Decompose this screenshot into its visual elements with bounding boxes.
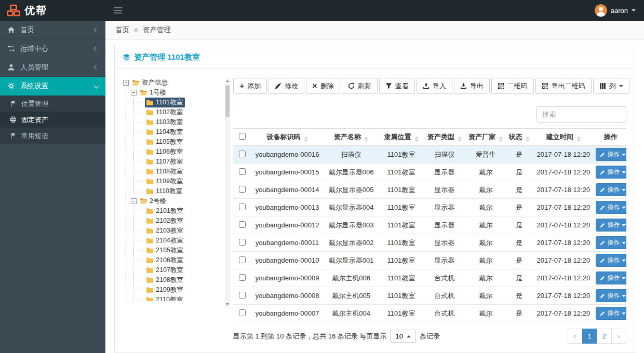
row-action-button[interactable]: 操作 [596, 148, 626, 161]
row-action-button[interactable]: 操作 [596, 254, 626, 267]
tree-node[interactable]: 2102教室 [139, 216, 221, 226]
tree-scrollbar[interactable] [225, 78, 230, 307]
tree-node[interactable]: 1107教室 [139, 157, 221, 167]
scrollbar-thumb[interactable] [225, 85, 230, 117]
row-action-button[interactable]: 操作 [596, 271, 626, 284]
table-row[interactable]: youbangdemo-00015戴尔显示器0061101教室显示器戴尔是201… [233, 164, 626, 181]
row-action-button[interactable]: 操作 [596, 183, 626, 196]
add-button[interactable]: +添加 [233, 78, 267, 94]
tree-node[interactable]: 2101教室 [139, 206, 221, 216]
row-action-button[interactable]: 操作 [596, 289, 626, 302]
table-row[interactable]: youbangdemo-00007戴尔主机0041101教室台式机戴尔是2017… [233, 305, 626, 322]
qrcode-button[interactable]: 二维码 [491, 78, 534, 94]
header-vendor[interactable]: 资产厂家 [465, 129, 506, 146]
tree-node[interactable]: 2104教室 [139, 236, 221, 246]
row-checkbox[interactable] [239, 186, 246, 193]
page-size-select[interactable]: 10 [390, 330, 415, 343]
table-row[interactable]: youbangdemo-00014戴尔显示器0051101教室显示器戴尔是201… [233, 181, 626, 199]
delete-button[interactable]: ×删除 [306, 78, 340, 94]
header-asset-type[interactable]: 资产类型 [424, 129, 465, 146]
tree-node-label[interactable]: 1103教室 [145, 117, 185, 127]
tree-node-label[interactable]: 1105教室 [145, 137, 185, 147]
sidebar-item-ops-center[interactable]: 运维中心 [0, 39, 105, 58]
table-row[interactable]: youbangdemo-00008戴尔主机0051101教室台式机戴尔是2017… [233, 287, 626, 305]
tree-node-label[interactable]: 1104教室 [145, 127, 185, 137]
select-all-checkbox[interactable] [239, 133, 246, 140]
tree-node-label[interactable]: 1号楼 [139, 88, 168, 98]
tree-node-label[interactable]: 2108教室 [145, 275, 185, 285]
tree-node-label[interactable]: 2110教室 [145, 295, 185, 301]
next-page-button[interactable]: › [611, 329, 626, 344]
submenu-item-fixed-assets[interactable]: 固定资产 [0, 112, 105, 128]
header-device-id[interactable]: 设备标识码 [251, 129, 324, 146]
breadcrumb-home[interactable]: 首页 [115, 25, 129, 35]
tree-node[interactable]: 1106教室 [139, 147, 221, 157]
tree-node[interactable]: 1105教室 [139, 137, 221, 147]
sidebar-item-home[interactable]: 首页 [0, 21, 105, 39]
tree-node[interactable]: 1110教室 [139, 186, 221, 196]
row-action-button[interactable]: 操作 [596, 219, 626, 232]
tree-node[interactable]: 2107教室 [139, 265, 221, 275]
tree-node[interactable]: 1108教室 [139, 167, 221, 177]
tree-node[interactable]: 2109教室 [139, 285, 221, 295]
import-button[interactable]: 导入 [417, 78, 452, 94]
tree-node[interactable]: 2103教室 [139, 226, 221, 236]
tree-node[interactable]: 2108教室 [139, 275, 221, 285]
tree-node-label[interactable]: 1109教室 [145, 177, 185, 186]
row-checkbox[interactable] [239, 221, 246, 228]
header-status[interactable]: 状态 [506, 129, 532, 146]
app-logo[interactable]: 优帮 [0, 0, 105, 21]
scroll-down-icon[interactable] [225, 301, 230, 307]
row-checkbox[interactable] [239, 203, 246, 210]
tree-node-label[interactable]: 1101教室 [145, 98, 185, 107]
submenu-item-location-mgmt[interactable]: 位置管理 [0, 96, 105, 112]
menu-toggle-icon[interactable] [114, 7, 122, 13]
tree-node[interactable]: 2106教室 [139, 255, 221, 265]
prev-page-button[interactable]: ‹ [568, 329, 583, 344]
row-checkbox[interactable] [239, 256, 246, 263]
row-checkbox[interactable] [239, 309, 246, 316]
table-row[interactable]: youbangdemo-00013戴尔显示器0041101教室显示器戴尔是201… [233, 199, 626, 216]
tree-node-label[interactable]: 资产信息 [131, 78, 170, 88]
sidebar-item-personnel[interactable]: 人员管理 [0, 58, 105, 77]
tree-node[interactable]: 1101教室 [139, 98, 221, 107]
row-checkbox[interactable] [239, 151, 246, 157]
row-checkbox[interactable] [239, 274, 246, 281]
table-row[interactable]: youbangdemo-00009戴尔主机0061101教室台式机戴尔是2017… [233, 269, 626, 287]
table-row[interactable]: youbangdemo-00012戴尔显示器0031101教室显示器戴尔是201… [233, 216, 626, 234]
tree-node-label[interactable]: 2105教室 [145, 246, 185, 255]
columns-button[interactable]: 列 [593, 78, 629, 94]
row-action-button[interactable]: 操作 [596, 307, 626, 320]
search-input[interactable] [536, 106, 626, 123]
tree-node-label[interactable]: 2102教室 [145, 216, 185, 226]
tree-node[interactable]: 资产信息 [123, 78, 221, 88]
tree-node-label[interactable]: 1106教室 [145, 147, 185, 157]
submenu-item-common-phrases[interactable]: 常用短语 [0, 128, 105, 144]
tree-node-label[interactable]: 2号楼 [139, 196, 168, 206]
export-qrcode-button[interactable]: 导出二维码 [535, 78, 592, 94]
tree-node-label[interactable]: 2107教室 [145, 265, 185, 275]
refresh-button[interactable]: 刷新 [342, 78, 378, 94]
tree-node-label[interactable]: 1110教室 [145, 186, 184, 196]
tree-node-label[interactable]: 1102教室 [145, 107, 185, 117]
scroll-up-icon[interactable] [225, 78, 230, 84]
tree-collapse-icon[interactable] [123, 80, 129, 86]
tree-collapse-icon[interactable] [131, 90, 137, 96]
row-checkbox[interactable] [239, 292, 246, 298]
export-button[interactable]: 导出 [454, 78, 490, 94]
view-button[interactable]: 查看 [379, 78, 415, 94]
row-action-button[interactable]: 操作 [596, 201, 626, 214]
tree-node-label[interactable]: 2104教室 [145, 236, 185, 246]
tree-node-label[interactable]: 2103教室 [145, 226, 185, 236]
tree-node[interactable]: 1号楼 [131, 88, 221, 98]
tree-node-label[interactable]: 2109教室 [145, 285, 185, 295]
row-action-button[interactable]: 操作 [596, 236, 626, 249]
table-row[interactable]: youbangdemo-00011戴尔显示器0021101教室显示器戴尔是201… [233, 234, 626, 252]
tree-collapse-icon[interactable] [131, 198, 137, 204]
tree-node[interactable]: 2105教室 [139, 246, 221, 255]
tree-node-label[interactable]: 2106教室 [145, 255, 185, 265]
page-button-2[interactable]: 2 [597, 329, 612, 344]
user-menu[interactable]: aaron [595, 4, 644, 17]
table-row[interactable]: youbangdemo-00016扫描仪1101教室扫描仪爱普生是2017-07… [233, 146, 626, 164]
header-location[interactable]: 隶属位置 [379, 129, 424, 146]
